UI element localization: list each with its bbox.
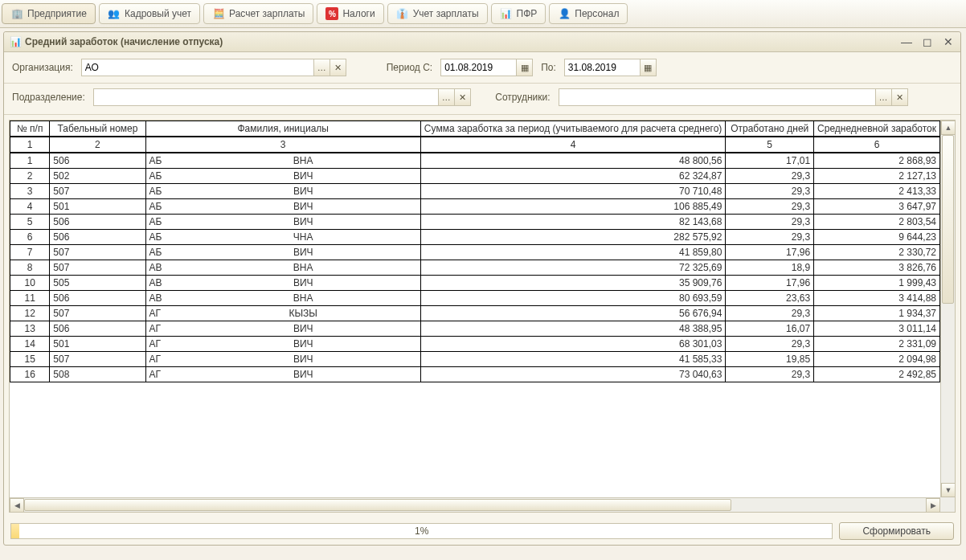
th-n: № п/п [10,121,50,137]
dept-clear-button[interactable]: ✕ [455,88,471,106]
table-row[interactable]: 12507АГКЫЗЫ56 676,9429,31 934,37 [10,306,940,321]
tab-enterprise[interactable]: 🏢 Предприятие [2,3,96,24]
cell-sum: 73 040,63 [420,367,726,382]
period-to-label: По: [541,62,556,73]
enterprise-icon: 🏢 [10,7,23,20]
cell-days: 29,3 [726,169,814,184]
cell-tab: 506 [50,291,145,306]
cell-avg: 2 413,33 [814,184,940,199]
cell-sum: 41 859,80 [420,245,726,260]
cell-tab: 507 [50,260,145,276]
vertical-scrollbar[interactable]: ▲ ▼ [940,121,955,497]
cell-n: 3 [10,184,50,199]
cell-sum: 41 585,33 [420,352,726,367]
window-controls: — ◻ ✕ [899,35,956,48]
generate-button[interactable]: Сформировать [839,522,954,540]
cell-tab: 502 [50,169,145,184]
cell-n: 10 [10,276,50,291]
org-select-button[interactable]: … [314,59,330,76]
table-row[interactable]: 15507АГВИЧ41 585,3319,852 094,98 [10,352,940,367]
account-icon: 👔 [396,7,409,20]
cell-sum: 68 301,03 [420,337,726,352]
cell-days: 17,01 [726,153,814,169]
org-clear-button[interactable]: ✕ [330,59,346,76]
scroll-down-button[interactable]: ▼ [941,483,956,497]
dept-label: Подразделение: [12,92,85,103]
close-button[interactable]: ✕ [941,35,956,48]
table-row[interactable]: 7507АБВИЧ41 859,8017,962 330,72 [10,245,940,260]
tab-pfr[interactable]: 📊 ПФР [491,3,546,24]
cell-tab: 506 [50,230,145,245]
progress-percent: 1% [415,525,428,537]
table-row[interactable]: 11506АВВНА80 693,5923,633 414,88 [10,291,940,306]
cell-fio: АГВИЧ [145,321,420,337]
scroll-right-button[interactable]: ▶ [926,498,940,513]
cell-days: 18,9 [726,260,814,276]
period-to-calendar-button[interactable]: ▦ [641,59,657,76]
table-viewport[interactable]: № п/п Табельный номер Фамилия, инициалы … [10,121,940,497]
cell-n: 2 [10,169,50,184]
calc-icon: 🧮 [212,7,225,20]
cell-fio: АБВИЧ [145,245,420,260]
tab-salary-account[interactable]: 👔 Учет зарплаты [387,3,488,24]
org-input[interactable] [81,59,314,76]
horizontal-scrollbar[interactable]: ◀ ▶ [10,497,940,512]
period-from-calendar-button[interactable]: ▦ [517,59,533,76]
tab-label: ПФР [517,8,538,19]
table-row[interactable]: 6506АБЧНА282 575,9229,39 644,23 [10,230,940,245]
dept-select-button[interactable]: … [439,88,455,106]
table-row[interactable]: 1506АБВНА48 800,5617,012 868,93 [10,153,940,169]
cell-tab: 506 [50,321,145,337]
maximize-button[interactable]: ◻ [920,35,935,48]
cell-days: 19,85 [726,352,814,367]
tab-personnel[interactable]: 👤 Персонал [549,3,628,24]
table-row[interactable]: 16508АГВИЧ73 040,6329,32 492,85 [10,367,940,382]
table-row[interactable]: 10505АВВИЧ35 909,7617,961 999,43 [10,276,940,291]
table-row[interactable]: 5506АБВИЧ82 143,6829,32 803,54 [10,215,940,230]
cell-avg: 3 647,97 [814,199,940,215]
cell-tab: 506 [50,153,145,169]
period-from-input[interactable] [440,59,517,76]
cell-sum: 35 909,76 [420,276,726,291]
cell-sum: 48 800,56 [420,153,726,169]
tab-label: Предприятие [27,8,87,19]
cell-fio: АБВИЧ [145,169,420,184]
period-to-input[interactable] [564,59,641,76]
tab-label: Расчет зарплаты [229,8,305,19]
tab-taxes[interactable]: % Налоги [317,3,383,24]
org-input-group: … ✕ [81,59,346,76]
report-window: 📊 Средний заработок (начисление отпуска)… [3,31,961,546]
table-row[interactable]: 14501АГВИЧ68 301,0329,32 331,09 [10,337,940,352]
cell-tab: 507 [50,245,145,260]
cell-days: 17,96 [726,276,814,291]
cell-avg: 2 803,54 [814,215,940,230]
emp-input[interactable] [559,88,876,106]
tab-hr[interactable]: 👥 Кадровый учет [99,3,200,24]
main-toolbar: 🏢 Предприятие 👥 Кадровый учет 🧮 Расчет з… [0,0,966,28]
table-row[interactable]: 13506АГВИЧ48 388,9516,073 011,14 [10,321,940,337]
cell-n: 8 [10,260,50,276]
emp-select-button[interactable]: … [876,88,892,106]
cell-n: 6 [10,230,50,245]
tab-label: Кадровый учет [125,8,191,19]
dept-input[interactable] [93,88,439,106]
cell-days: 29,3 [726,199,814,215]
cell-avg: 2 330,72 [814,245,940,260]
minimize-button[interactable]: — [899,35,914,48]
table-row[interactable]: 3507АБВИЧ70 710,4829,32 413,33 [10,184,940,199]
table-row[interactable]: 2502АБВИЧ62 324,8729,32 127,13 [10,169,940,184]
cell-n: 7 [10,245,50,260]
table-row[interactable]: 8507АВВНА72 325,6918,93 826,76 [10,260,940,276]
table-row[interactable]: 4501АБВИЧ106 885,4929,33 647,97 [10,199,940,215]
tab-salary-calc[interactable]: 🧮 Расчет зарплаты [203,3,313,24]
cell-tab: 501 [50,337,145,352]
emp-clear-button[interactable]: ✕ [892,88,908,106]
emp-label: Сотрудники: [495,92,550,103]
scroll-left-button[interactable]: ◀ [10,498,24,513]
table-container: № п/п Табельный номер Фамилия, инициалы … [9,120,956,513]
cell-avg: 3 414,88 [814,291,940,306]
scroll-corner [940,497,955,512]
cell-n: 13 [10,321,50,337]
scroll-up-button[interactable]: ▲ [941,121,956,135]
cell-tab: 506 [50,215,145,230]
